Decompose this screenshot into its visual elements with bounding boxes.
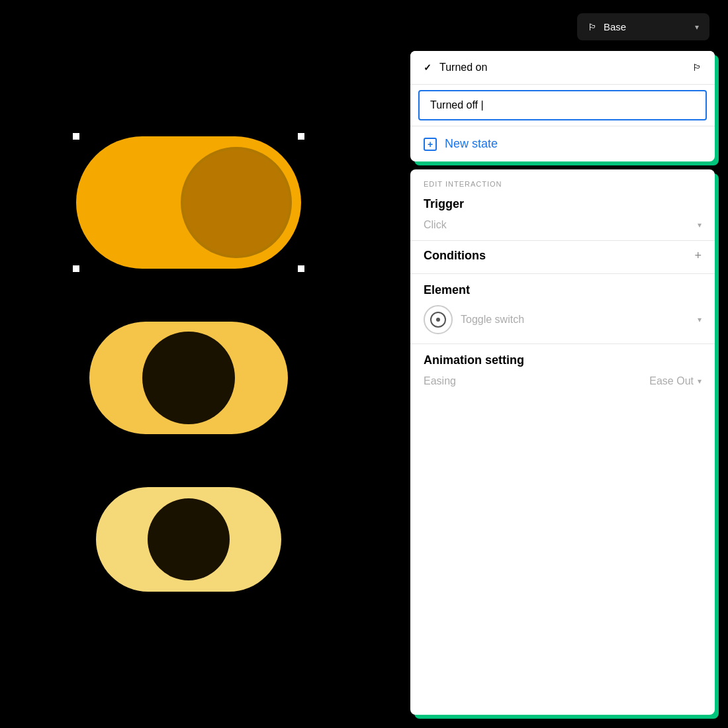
element-row[interactable]: Toggle switch ▾ [424, 305, 702, 334]
toggle-knob-off [148, 498, 230, 580]
trigger-header: Trigger [410, 191, 715, 214]
state-turned-on-label: Turned on [439, 62, 684, 73]
canvas-area [0, 0, 377, 728]
states-panel: ✓ Turned on 🏳 + New state [410, 51, 715, 161]
toggle-switch-on[interactable] [76, 136, 301, 269]
state-item-turned-off[interactable] [410, 85, 715, 126]
target-icon [430, 312, 446, 328]
flag-icon: 🏳 [588, 22, 597, 32]
conditions-row[interactable]: Conditions + [410, 241, 715, 274]
element-section: Element Toggle switch ▾ [410, 274, 715, 344]
toggle-switch-off[interactable] [96, 487, 281, 592]
element-value-row[interactable]: Toggle switch ▾ [461, 314, 702, 326]
toggle-switch-mid[interactable] [89, 322, 288, 434]
element-value: Toggle switch [461, 314, 524, 326]
trigger-chevron-icon: ▾ [698, 220, 702, 230]
toggle-off-wrapper[interactable] [96, 487, 281, 592]
easing-value: Ease Out [649, 375, 694, 387]
interaction-panel: EDIT INTERACTION Trigger Click ▾ Conditi… [410, 169, 715, 715]
element-chevron-icon: ▾ [698, 315, 702, 324]
check-icon: ✓ [424, 62, 432, 73]
add-condition-icon[interactable]: + [694, 249, 702, 263]
toggle-on-wrapper[interactable] [76, 136, 301, 269]
toggle-knob-mid [142, 332, 235, 424]
animation-title: Animation setting [424, 353, 702, 367]
selection-handle-tr [298, 133, 304, 140]
selection-handle-br [298, 265, 304, 272]
animation-row[interactable]: Easing Ease Out ▾ [424, 375, 702, 387]
new-state-plus-icon: + [424, 138, 437, 151]
new-state-row[interactable]: + New state [410, 126, 715, 161]
selection-handle-bl [73, 265, 79, 272]
easing-chevron-icon: ▾ [698, 377, 702, 386]
element-title: Element [424, 283, 702, 297]
target-icon-box [424, 305, 453, 334]
trigger-value: Click [424, 219, 698, 231]
turned-off-input[interactable] [418, 90, 707, 120]
selection-handle-tl [73, 133, 79, 140]
edit-interaction-label: EDIT INTERACTION [410, 169, 715, 191]
easing-key: Easing [424, 375, 456, 387]
conditions-label: Conditions [424, 249, 486, 263]
base-label: Base [604, 21, 688, 32]
toggle-knob-on [181, 147, 292, 258]
trigger-row[interactable]: Click ▾ [410, 214, 715, 241]
state-flag-icon: 🏳 [692, 62, 702, 73]
animation-section: Animation setting Easing Ease Out ▾ [410, 344, 715, 396]
chevron-down-icon: ▾ [695, 23, 699, 32]
new-state-label: New state [445, 137, 498, 151]
state-item-turned-on[interactable]: ✓ Turned on 🏳 [410, 51, 715, 85]
right-panels: 🏳 Base ▾ ✓ Turned on 🏳 + New state EDIT … [410, 0, 728, 728]
base-dropdown[interactable]: 🏳 Base ▾ [577, 13, 709, 40]
easing-value-row[interactable]: Ease Out ▾ [649, 375, 702, 387]
toggle-mid-wrapper[interactable] [89, 322, 288, 434]
